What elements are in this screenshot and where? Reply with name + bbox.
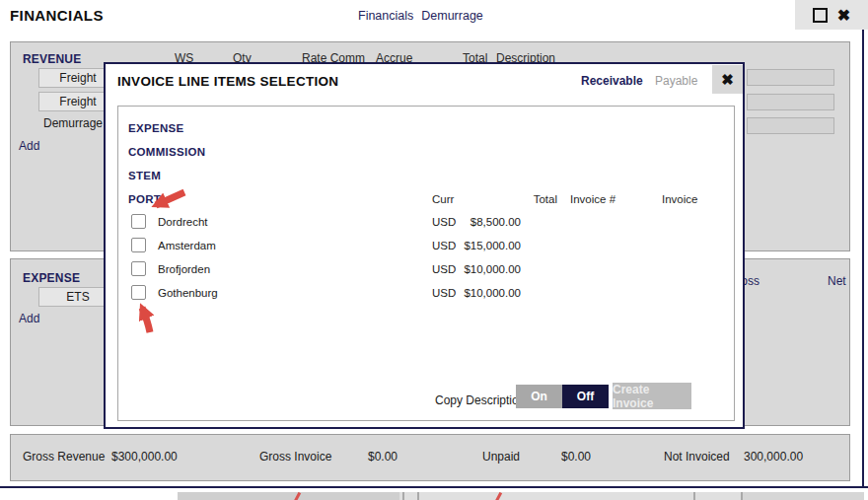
section-expense[interactable]: EXPENSE <box>128 122 183 134</box>
port-col-invoice: Invoice <box>662 193 697 205</box>
port-col-total: Total <box>469 193 557 205</box>
create-invoice-button[interactable]: Create Invoice <box>613 383 691 409</box>
invoice-items-listbox: EXPENSE COMMISSION STEM PORT Curr Total … <box>117 106 735 421</box>
section-stem[interactable]: STEM <box>128 170 161 181</box>
page-title: FINANCIALS <box>10 7 104 24</box>
revenue-add-link[interactable]: Add <box>19 139 39 153</box>
revenue-input-1[interactable] <box>747 69 834 86</box>
frame-right-border <box>862 30 864 486</box>
port-row-total: $10,000.00 <box>432 263 521 275</box>
tab-payable[interactable]: Payable <box>655 74 697 88</box>
window-controls: ✖ <box>795 0 868 30</box>
checkbox-brofjorden[interactable] <box>131 261 146 276</box>
copy-description-on-button[interactable]: On <box>516 385 562 408</box>
summary-gross-invoice-label: Gross Invoice <box>259 450 331 464</box>
summary-unpaid-value: $0.00 <box>561 450 591 464</box>
close-icon[interactable]: ✖ <box>837 8 850 23</box>
port-col-invoice-number: Invoice # <box>570 193 615 205</box>
tab-receivable[interactable]: Receivable <box>581 74 643 88</box>
expense-panel-title: EXPENSE <box>23 271 80 285</box>
peek-red-mark-2 <box>495 492 502 500</box>
summary-bar: Gross Revenue $300,000.00 Gross Invoice … <box>10 434 850 481</box>
revenue-panel-title: REVENUE <box>23 52 81 66</box>
summary-not-invoiced-value: 300,000.00 <box>744 450 803 464</box>
port-row-name: Dordrecht <box>158 216 208 228</box>
expense-add-link[interactable]: Add <box>19 312 39 325</box>
modal-close-icon[interactable]: ✖ <box>712 65 743 94</box>
summary-gross-invoice-value: $0.00 <box>368 450 398 464</box>
checkbox-dordrecht[interactable] <box>131 214 146 229</box>
revenue-input-3[interactable] <box>747 117 834 134</box>
port-row-name: Brofjorden <box>158 263 210 275</box>
checkbox-gothenburg[interactable] <box>131 285 146 300</box>
copy-description-label: Copy Description <box>435 393 525 407</box>
summary-not-invoiced-label: Not Invoiced <box>664 450 730 464</box>
nav-link-financials[interactable]: Financials <box>358 9 413 23</box>
port-row-total: $10,000.00 <box>432 287 521 299</box>
modal-title: INVOICE LINE ITEMS SELECTION <box>117 74 338 89</box>
port-row-total: $8,500.00 <box>432 216 521 228</box>
port-row-name: Amsterdam <box>158 240 216 251</box>
invoice-line-items-modal: INVOICE LINE ITEMS SELECTION Receivable … <box>104 62 745 429</box>
bottom-peek-content <box>178 492 864 500</box>
port-row-name: Gothenburg <box>158 287 218 299</box>
summary-gross-revenue-value: $300,000.00 <box>111 450 178 464</box>
nav-link-demurrage[interactable]: Demurrage <box>421 9 483 23</box>
summary-unpaid-label: Unpaid <box>482 450 520 464</box>
maximize-icon[interactable] <box>813 8 828 23</box>
section-commission[interactable]: COMMISSION <box>128 146 205 158</box>
summary-gross-revenue-label: Gross Revenue <box>23 450 105 464</box>
expense-col-net: Net <box>828 274 846 288</box>
port-row-total: $15,000.00 <box>432 240 521 251</box>
copy-description-off-button[interactable]: Off <box>562 385 609 408</box>
revenue-input-2[interactable] <box>747 94 834 110</box>
frame-bottom-border <box>0 486 868 488</box>
port-col-curr: Curr <box>432 193 454 205</box>
top-navigation: FinancialsDemurrage <box>358 9 491 23</box>
section-port[interactable]: PORT <box>128 193 161 205</box>
demurrage-row-label: Demurrage <box>43 116 103 130</box>
checkbox-amsterdam[interactable] <box>131 238 146 252</box>
